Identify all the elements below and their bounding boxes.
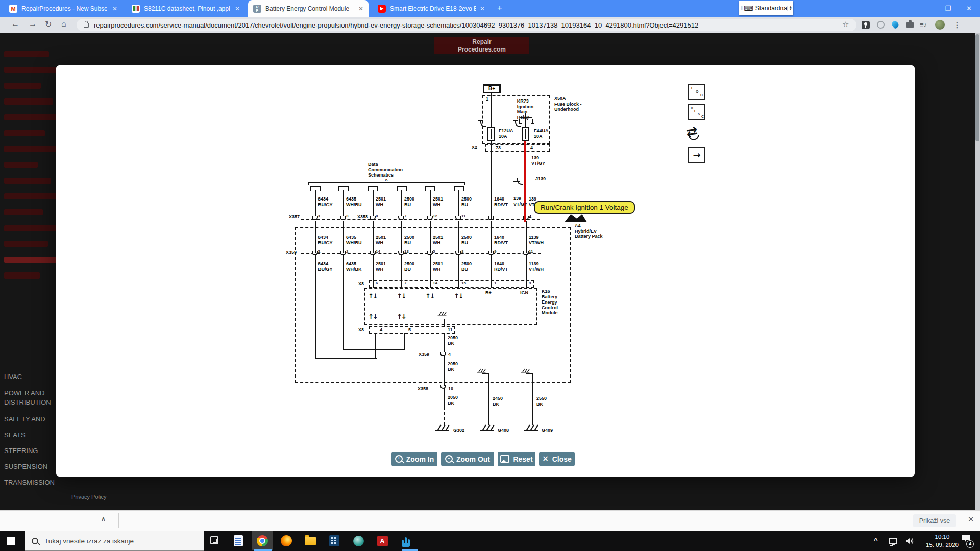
taskbar-hand-app[interactable] [400, 535, 412, 547]
download-bar: A S8211C.pdf [0, 510, 980, 531]
close-download-bar-icon[interactable]: ✕ [968, 515, 974, 524]
time-text: 10:10 [922, 533, 963, 541]
sidebar-item-dimmed[interactable] [4, 241, 48, 247]
privacy-policy-link[interactable]: Privacy Policy [71, 494, 106, 500]
taskbar-firefox[interactable] [280, 535, 292, 547]
address-bar[interactable]: repairprocedures.com/service-manual/docu… [77, 19, 856, 31]
sidebar-item-dimmed[interactable] [4, 51, 49, 57]
sidebar-item-dimmed[interactable] [4, 162, 38, 168]
new-tab-button[interactable]: + [497, 3, 502, 13]
forward-icon[interactable]: → [29, 19, 37, 29]
show-all-downloads-button[interactable]: Prikaži vse [913, 514, 956, 527]
sidebar-item-dimmed[interactable] [4, 83, 41, 89]
taskbar-calculator[interactable] [328, 535, 340, 547]
sidebar-item-dimmed[interactable] [4, 146, 56, 152]
tab-close-icon[interactable]: ✕ [235, 5, 240, 12]
tab-close-icon[interactable]: ✕ [112, 5, 117, 12]
language-spinner[interactable]: ▲▼ [787, 6, 792, 11]
sidebar-item-dimmed[interactable] [4, 130, 45, 136]
taskbar-acrobat[interactable]: A [376, 535, 388, 547]
youtube-favicon: ▶ [378, 5, 386, 13]
sidebar-item-safety-and[interactable]: SAFETY AND [4, 415, 45, 423]
profile-avatar[interactable] [935, 20, 945, 30]
sidebar-item-dimmed[interactable] [4, 193, 63, 199]
tab-close-icon[interactable]: ✕ [358, 5, 363, 12]
sidebar-item-dimmed[interactable] [4, 98, 53, 105]
close-window-button[interactable]: ✕ [966, 5, 972, 12]
start-button[interactable] [7, 537, 15, 545]
next-page-button[interactable]: → [688, 147, 705, 163]
lightbulb-extension-icon[interactable] [862, 21, 870, 29]
tab-repairprocedures-mail[interactable]: M RepairProcedures - New Subscrip ✕ [4, 0, 122, 17]
tab-close-icon[interactable]: ✕ [480, 5, 485, 12]
datasheet-favicon [132, 5, 140, 13]
bplus-terminal: B+ [483, 84, 501, 93]
sidebar-item-distribution[interactable]: DISTRIBUTION [4, 398, 51, 406]
home-icon[interactable]: ⌂ [61, 19, 66, 29]
task-view-button[interactable] [210, 536, 218, 544]
loc-button[interactable]: LOC [688, 84, 705, 100]
drag-handle-icon: ⁞⁞ [741, 6, 742, 11]
speaker-icon[interactable] [905, 537, 915, 545]
trace-wire-button[interactable]: ⇄ [685, 123, 699, 140]
puzzle-extension-icon[interactable] [906, 22, 914, 28]
minimize-button[interactable]: – [926, 5, 929, 12]
lock-icon [84, 23, 89, 28]
taskbar-document-app[interactable] [232, 535, 244, 547]
tab-title: RepairProcedures - New Subscrip [21, 5, 107, 12]
schematic-modal [56, 65, 915, 477]
reload-icon[interactable]: ↻ [45, 19, 52, 29]
zoom-in-button[interactable]: + Zoom In [391, 452, 437, 466]
circle-extension-icon[interactable] [877, 21, 885, 29]
sidebar-item-power-and[interactable]: POWER AND [4, 389, 44, 397]
sidebar-item-transmission[interactable]: TRANSMISSION [4, 479, 55, 486]
tab-strip: M RepairProcedures - New Subscrip ✕ S821… [0, 0, 980, 17]
site-logo: RepairProcedures.com [434, 37, 529, 54]
taskbar-cisco-app[interactable] [352, 535, 364, 547]
network-icon[interactable] [889, 538, 897, 544]
reset-button[interactable]: Reset [498, 452, 535, 466]
divider [118, 513, 119, 528]
zoom-in-icon: + [395, 455, 403, 463]
sidebar-item-dimmed[interactable] [4, 209, 43, 215]
chrome-menu-icon[interactable]: ⋮ [953, 21, 961, 29]
playlist-extension-icon[interactable]: ≡♪ [920, 21, 927, 29]
tab-smart-electric-drive[interactable]: ▶ Smart Electric Drive E18-2evo Ba ✕ [373, 0, 490, 17]
back-icon[interactable]: ← [11, 19, 19, 29]
url-text[interactable]: repairprocedures.com/service-manual/docu… [94, 21, 698, 29]
tab-divider [125, 5, 125, 12]
keyboard-icon: ⌨ [744, 5, 753, 12]
download-options-chevron[interactable]: ∧ [101, 515, 106, 522]
sidebar-item-dimmed[interactable] [4, 272, 40, 279]
taskbar-search[interactable]: Tukaj vnesite izraz za iskanje [24, 531, 204, 551]
taskbar-clock[interactable]: 10:10 15. 09. 2020 [922, 533, 963, 549]
sidebar-item-steering[interactable]: STEERING [4, 447, 38, 455]
tray-expand-icon[interactable]: ^ [874, 536, 878, 544]
close-icon: × [542, 455, 549, 463]
zoom-out-icon: − [445, 455, 453, 463]
sidebar-item-dimmed[interactable] [4, 257, 64, 263]
sidebar-item-hvac[interactable]: HVAC [4, 373, 22, 381]
zoom-out-button[interactable]: − Zoom Out [441, 452, 494, 466]
maximize-button[interactable]: ❐ [945, 5, 951, 12]
sidebar-item-dimmed[interactable] [4, 67, 61, 73]
tab-datasheet[interactable]: S8211C datasheet, Pinout ,applic ✕ [127, 0, 245, 17]
sidebar-item-dimmed[interactable] [4, 178, 51, 184]
language-bar[interactable]: ⁞⁞ ⌨ Standardna ▲▼ [739, 1, 793, 15]
close-modal-button[interactable]: × Close [539, 452, 575, 466]
bookmark-star-icon[interactable]: ☆ [842, 20, 849, 29]
sidebar-item-seats[interactable]: SEATS [4, 431, 26, 439]
tab-title: Smart Electric Drive E18-2evo Ba [390, 5, 476, 12]
desc-button[interactable]: DESC [688, 104, 705, 120]
taskbar-chrome[interactable] [256, 535, 268, 547]
sidebar-item-suspension[interactable]: SUSPENSION [4, 463, 47, 470]
tab-title: Battery Energy Control Module P [265, 5, 351, 12]
image-icon [500, 455, 509, 463]
language-label: Standardna [755, 5, 787, 12]
tab-battery-energy-control-module[interactable]: RP Battery Energy Control Module P ✕ [248, 0, 369, 17]
scrollbar-thumb[interactable] [975, 34, 979, 141]
search-icon [32, 538, 38, 544]
search-placeholder: Tukaj vnesite izraz za iskanje [44, 537, 134, 545]
taskbar-file-explorer[interactable] [304, 535, 316, 547]
sidebar-item-dimmed[interactable] [4, 225, 58, 231]
